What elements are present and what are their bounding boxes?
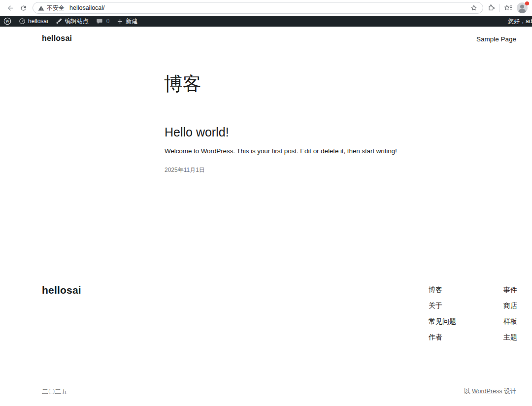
wordpress-credit-link[interactable]: WordPress — [472, 388, 502, 395]
comment-count: 0 — [106, 18, 110, 25]
address-bar[interactable]: 不安全 hellosailocal/ — [33, 2, 483, 14]
notification-dot — [525, 1, 529, 5]
admin-bar-site-menu[interactable]: hellosai — [19, 18, 48, 25]
browser-toolbar: 不安全 hellosailocal/ — [0, 0, 532, 16]
refresh-icon — [20, 4, 27, 12]
page-title: 博客 — [164, 74, 201, 93]
url-text: hellosailocal/ — [69, 4, 105, 11]
admin-bar-site-name: hellosai — [28, 18, 48, 25]
footer-link-authors[interactable]: 作者 — [429, 334, 503, 349]
header-site-title[interactable]: hellosai — [42, 34, 72, 43]
toolbar-divider — [499, 4, 499, 12]
security-label: 不安全 — [47, 4, 65, 12]
header-nav-sample-page[interactable]: Sample Page — [476, 35, 516, 43]
admin-greeting[interactable]: 您好，admin — [508, 16, 532, 27]
edit-brush-icon — [56, 18, 63, 25]
dashboard-gauge-icon — [19, 18, 26, 25]
post-title-link[interactable]: Hello world! — [165, 126, 229, 139]
wp-logo-menu[interactable]: W — [3, 17, 11, 25]
credit-prefix: 以 — [464, 388, 472, 395]
extensions-puzzle-icon[interactable] — [487, 4, 495, 12]
footer-link-faq[interactable]: 常见问题 — [429, 318, 503, 334]
footer-year: 二〇二五 — [42, 387, 67, 396]
credit-suffix: 设计 — [502, 388, 516, 395]
back-arrow-icon — [6, 4, 15, 12]
footer-link-about[interactable]: 关于 — [429, 302, 503, 318]
edit-site-menu[interactable]: 编辑站点 — [56, 17, 89, 26]
footer-link-events[interactable]: 事件 — [503, 286, 517, 302]
bookmarks-sidepanel-icon[interactable] — [503, 4, 512, 12]
new-content-menu[interactable]: 新建 — [117, 17, 137, 26]
wp-admin-bar: W hellosai 编辑站点 0 — [0, 16, 532, 27]
new-label: 新建 — [126, 17, 137, 26]
comments-menu[interactable]: 0 — [96, 18, 110, 25]
wordpress-logo-icon: W — [3, 17, 11, 25]
footer-nav: 博客 关于 常见问题 作者 事件 商店 样板 主题 — [429, 286, 517, 349]
footer-credit: 以 WordPress 设计 — [464, 387, 516, 396]
svg-text:W: W — [5, 19, 9, 24]
footer-nav-column-2: 事件 商店 样板 主题 — [503, 286, 517, 349]
comment-bubble-icon — [96, 18, 103, 25]
footer-link-themes[interactable]: 主题 — [503, 334, 517, 349]
post-excerpt: Welcome to WordPress. This is your first… — [165, 147, 397, 155]
warning-triangle-icon — [38, 5, 44, 11]
plus-icon — [117, 18, 123, 25]
footer-link-patterns[interactable]: 样板 — [503, 318, 517, 334]
footer-nav-column-1: 博客 关于 常见问题 作者 — [429, 286, 503, 349]
profile-avatar[interactable] — [516, 2, 528, 14]
footer-link-shop[interactable]: 商店 — [503, 302, 517, 318]
footer-site-title[interactable]: hellosai — [42, 284, 81, 296]
footer-link-blog[interactable]: 博客 — [429, 286, 503, 302]
post-date: 2025年11月1日 — [165, 166, 205, 174]
refresh-button[interactable] — [17, 1, 30, 14]
site-page: hellosai Sample Page 博客 Hello world! Wel… — [0, 27, 532, 406]
edit-site-label: 编辑站点 — [65, 17, 89, 26]
toolbar-right-cluster — [487, 2, 528, 14]
security-chip[interactable]: 不安全 — [38, 4, 65, 12]
back-button[interactable] — [4, 1, 17, 14]
bookmark-star-icon[interactable] — [470, 4, 478, 12]
